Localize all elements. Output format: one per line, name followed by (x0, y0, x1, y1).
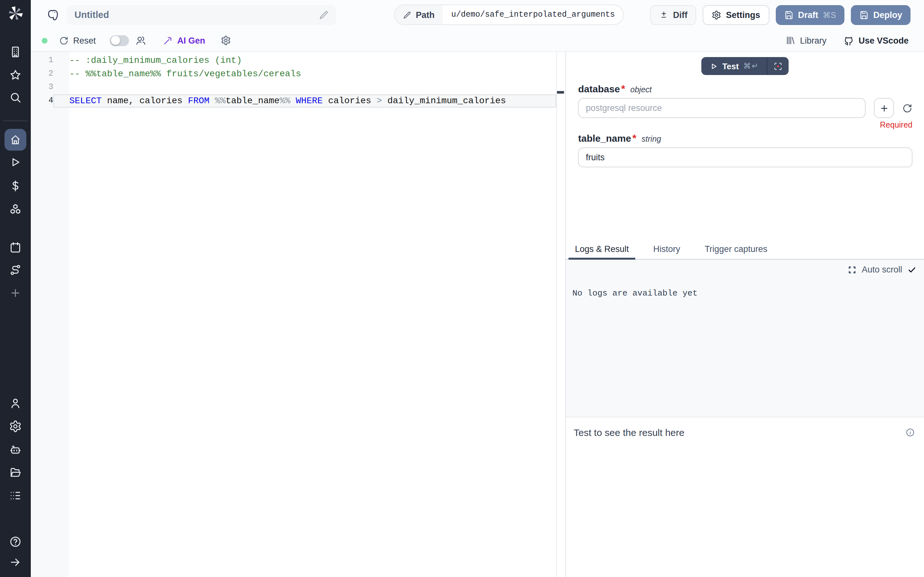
code-line[interactable]: 4SELECT name, calories FROM %%table_name… (31, 94, 565, 108)
refresh-icon (902, 103, 913, 113)
code-line[interactable]: 2-- %%table_name%% fruits/vegetables/cer… (31, 67, 565, 81)
sidebar-item-search[interactable] (5, 87, 26, 108)
home-icon (9, 133, 22, 146)
search-icon (9, 91, 22, 104)
sidebar-item-workspace[interactable] (5, 41, 26, 63)
sidebar-item-variables[interactable] (5, 175, 26, 197)
database-input[interactable] (578, 98, 866, 118)
sidebar-item-workers[interactable] (5, 438, 26, 460)
toggle-knob (111, 36, 120, 45)
result-tabs: Logs & Result History Trigger captures (566, 240, 924, 259)
line-number: 3 (31, 81, 53, 94)
code-line-text: -- %%table_name%% fruits/vegetables/cere… (53, 67, 556, 81)
autoscroll-control[interactable]: Auto scroll (848, 265, 916, 274)
code-line[interactable]: 3 (31, 81, 565, 94)
capture-scan-icon (774, 61, 783, 71)
settings-button[interactable]: Settings (703, 5, 769, 25)
github-icon (843, 35, 854, 46)
sidebar-item-help[interactable] (5, 531, 26, 553)
boxes-icon (9, 203, 22, 215)
test-button-group: Test ⌘↵ (701, 57, 789, 75)
expand-icon (848, 265, 857, 274)
draft-button[interactable]: Draft ⌘S (775, 5, 845, 25)
deploy-button[interactable]: Deploy (851, 5, 911, 25)
tab-trigger-captures[interactable]: Trigger captures (698, 240, 774, 259)
diff-icon (659, 10, 669, 19)
overview-ruler (556, 52, 557, 577)
path-value: u/demo/safe_interpolated_arguments (443, 5, 624, 24)
plus-icon (879, 103, 889, 113)
run-bar: Test ⌘↵ (566, 52, 924, 83)
dollar-icon (9, 179, 22, 192)
use-vscode-button[interactable]: Use VScode (843, 35, 909, 46)
logs-panel: Auto scroll No logs are available yet (566, 259, 924, 417)
diff-button[interactable]: Diff (650, 5, 696, 25)
windmill-logo[interactable] (7, 5, 24, 22)
sidebar-item-triggers[interactable] (5, 259, 26, 281)
result-panel: Test to see the result here (566, 417, 924, 577)
script-title: Untitled (74, 10, 109, 20)
collaborators-icon[interactable] (136, 35, 147, 46)
code-editor[interactable]: 1-- :daily_minimum_calories (int)2-- %%t… (31, 52, 565, 577)
main-area: Untitled Path u/demo/safe_interpolated_a… (31, 0, 924, 577)
rotate-cw-icon (59, 35, 69, 45)
sidebar-item-settings[interactable] (5, 416, 26, 437)
info-icon[interactable] (905, 428, 915, 437)
script-title-input[interactable]: Untitled (67, 5, 336, 25)
right-panel: Test ⌘↵ database * object (565, 52, 924, 577)
code-line[interactable]: 1-- :daily_minimum_calories (int) (31, 54, 565, 67)
diff-mode-toggle[interactable] (110, 35, 129, 46)
sidebar-item-users[interactable] (5, 392, 26, 414)
path-label: Path (416, 10, 435, 19)
sidebar-item-favorites[interactable] (5, 64, 26, 86)
result-empty-message: Test to see the result here (573, 427, 684, 438)
workspace: 1-- :daily_minimum_calories (int)2-- %%t… (31, 52, 924, 577)
sidebar (0, 0, 31, 577)
play-icon (9, 156, 22, 169)
sidebar-item-schedules[interactable] (5, 237, 26, 258)
draft-shortcut: ⌘S (822, 10, 836, 19)
sidebar-expand-button[interactable] (5, 551, 26, 573)
add-resource-button[interactable] (874, 98, 894, 118)
logs-list-icon (9, 489, 22, 502)
reset-button[interactable]: Reset (59, 35, 96, 45)
refresh-resources-button[interactable] (902, 103, 913, 113)
field-table-name: table_name * string (578, 133, 913, 167)
save-icon (784, 10, 793, 19)
arguments-form: database * object (566, 83, 924, 240)
ai-gen-button[interactable]: AI Gen (163, 35, 205, 45)
folder-open-icon (9, 466, 22, 479)
editor-settings-gear-icon[interactable] (221, 35, 231, 45)
capture-button[interactable] (767, 57, 789, 75)
field-type: object (630, 85, 652, 94)
topbar: Untitled Path u/demo/safe_interpolated_a… (31, 0, 924, 29)
line-number: 4 (31, 94, 53, 108)
field-database: database * object (578, 83, 913, 131)
sidebar-item-home[interactable] (5, 129, 26, 151)
table-name-input[interactable] (578, 147, 913, 167)
test-button[interactable]: Test ⌘↵ (701, 57, 767, 75)
path-label-section: Path (395, 5, 443, 24)
logs-empty-message: No logs are available yet (572, 288, 698, 298)
sidebar-item-audit-logs[interactable] (5, 485, 26, 506)
gear-icon (712, 10, 722, 19)
save-icon (859, 10, 869, 19)
required-asterisk: * (632, 133, 636, 144)
sidebar-item-resources[interactable] (5, 198, 26, 220)
postgresql-icon (46, 8, 60, 21)
sidebar-item-add[interactable] (5, 282, 26, 304)
tab-history[interactable]: History (647, 240, 687, 259)
gear-icon (9, 420, 22, 433)
editor-gutter (31, 52, 69, 577)
code-line-text (53, 81, 556, 94)
route-icon (9, 263, 22, 276)
topbar-actions: Diff Settings Draft ⌘S Deploy (650, 5, 911, 25)
sidebar-item-folders[interactable] (5, 462, 26, 484)
editor-toolbar: Reset AI Gen Library Use VScode (31, 29, 924, 52)
tab-logs-result[interactable]: Logs & Result (569, 240, 635, 259)
path-field[interactable]: Path u/demo/safe_interpolated_arguments (394, 5, 624, 25)
wand-icon (163, 35, 173, 45)
required-asterisk: * (621, 83, 625, 95)
library-button[interactable]: Library (785, 35, 827, 45)
sidebar-item-runs[interactable] (5, 151, 26, 173)
